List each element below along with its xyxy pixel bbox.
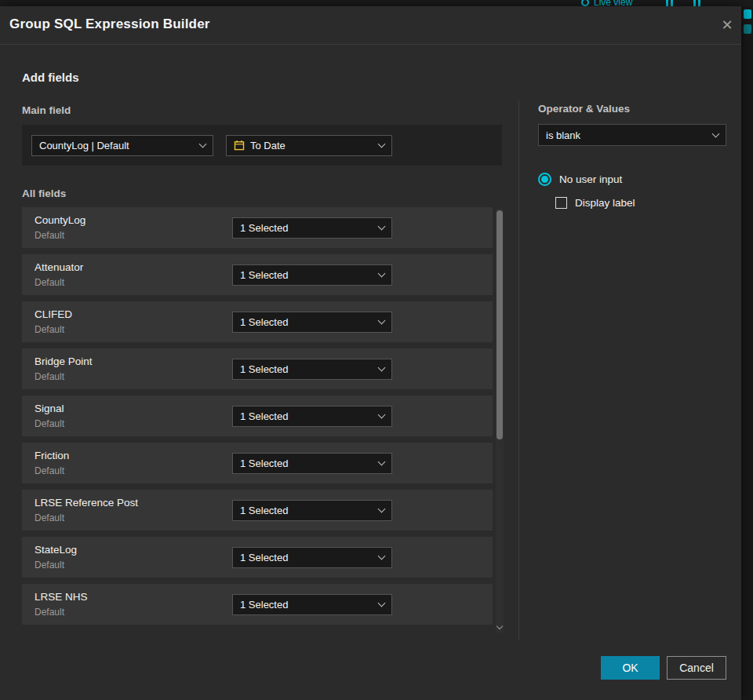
field-selected-dropdown[interactable]: 1 Selected — [232, 406, 392, 427]
operator-dropdown-value: is blank — [546, 129, 580, 141]
field-subtitle: Default — [35, 560, 64, 571]
main-field-dropdown[interactable]: CountyLog | Default — [31, 135, 213, 156]
field-subtitle: Default — [35, 324, 64, 335]
field-selected-dropdown[interactable]: 1 Selected — [232, 359, 392, 380]
field-selected-dropdown[interactable]: 1 Selected — [232, 594, 392, 615]
chevron-down-icon — [378, 505, 386, 513]
field-row: Friction Default 1 Selected — [22, 443, 493, 483]
field-row: Signal Default 1 Selected — [22, 396, 493, 436]
field-name: StateLog — [35, 544, 77, 556]
toolbar-icon-fragment — [744, 24, 751, 34]
chevron-down-icon — [378, 458, 386, 466]
field-selected-value: 1 Selected — [240, 410, 288, 422]
toolbar-icon-fragment — [744, 9, 751, 19]
field-selected-dropdown[interactable]: 1 Selected — [232, 217, 392, 239]
app-background-right — [741, 6, 753, 700]
date-field-dropdown[interactable]: To Date — [226, 135, 392, 156]
app-background-top: Live view — [0, 0, 753, 6]
field-row: LRSE Reference Post Default 1 Selected — [22, 490, 493, 530]
field-row: CLIFED Default 1 Selected — [22, 301, 493, 342]
chevron-down-icon — [378, 364, 386, 372]
field-selected-dropdown[interactable]: 1 Selected — [232, 264, 392, 286]
chevron-down-icon — [378, 600, 386, 607]
main-field-dropdown-value: CountyLog | Default — [39, 140, 129, 151]
field-selected-dropdown[interactable]: 1 Selected — [232, 453, 392, 474]
field-row: CountyLog Default 1 Selected — [22, 207, 493, 248]
chevron-down-icon — [378, 140, 386, 148]
dialog-title: Group SQL Expression Builder — [9, 16, 210, 32]
operator-dropdown[interactable]: is blank — [538, 124, 726, 146]
field-selected-value: 1 Selected — [240, 505, 288, 516]
pause-icon — [666, 0, 673, 6]
field-selected-value: 1 Selected — [240, 222, 288, 234]
pause-icon — [693, 0, 700, 6]
field-selected-value: 1 Selected — [240, 599, 288, 611]
chevron-down-icon — [378, 552, 386, 560]
field-name: CLIFED — [35, 308, 72, 320]
no-user-input-label: No user input — [559, 173, 622, 185]
field-row: LRSE NHS Default 1 Selected — [22, 584, 493, 625]
checkbox-icon[interactable] — [555, 197, 567, 209]
field-selected-value: 1 Selected — [240, 458, 288, 469]
field-selected-value: 1 Selected — [240, 269, 288, 281]
field-row: Bridge Point Default 1 Selected — [22, 348, 493, 389]
scrollbar-down-arrow-icon[interactable] — [497, 623, 503, 629]
scrollbar-thumb[interactable] — [497, 210, 503, 439]
field-name: Attenuator — [35, 261, 83, 273]
radio-icon[interactable] — [538, 173, 551, 186]
field-selected-dropdown[interactable]: 1 Selected — [232, 500, 392, 521]
close-icon[interactable]: ✕ — [718, 16, 737, 35]
calendar-icon — [234, 140, 245, 151]
display-label-checkbox[interactable]: Display label — [555, 197, 635, 209]
field-subtitle: Default — [35, 230, 64, 241]
field-name: Friction — [35, 450, 69, 461]
field-selected-dropdown[interactable]: 1 Selected — [232, 312, 392, 333]
main-field-container: CountyLog | Default To Date — [22, 125, 502, 166]
ok-button[interactable]: OK — [601, 656, 660, 680]
field-selected-dropdown[interactable]: 1 Selected — [232, 547, 392, 568]
add-fields-heading: Add fields — [22, 71, 79, 84]
field-row: StateLog Default 1 Selected — [22, 537, 493, 578]
fields-scrollbar[interactable] — [496, 209, 504, 633]
all-fields-list: CountyLog Default 1 Selected Attenuator … — [22, 207, 493, 631]
chevron-down-icon — [712, 129, 720, 137]
group-sql-expression-builder-dialog: Group SQL Expression Builder ✕ Add field… — [0, 6, 741, 700]
field-subtitle: Default — [35, 418, 64, 429]
field-name: CountyLog — [35, 214, 85, 226]
live-view-label: Live view — [594, 0, 632, 6]
panel-divider — [518, 100, 519, 640]
chevron-down-icon — [199, 140, 207, 148]
chevron-down-icon — [378, 317, 386, 325]
date-field-dropdown-value: To Date — [250, 140, 286, 151]
chevron-down-icon — [378, 270, 386, 278]
field-subtitle: Default — [35, 607, 64, 618]
field-name: LRSE Reference Post — [35, 497, 138, 509]
header-divider — [0, 44, 741, 45]
all-fields-label: All fields — [22, 188, 66, 199]
cancel-button[interactable]: Cancel — [667, 656, 726, 680]
field-subtitle: Default — [35, 371, 64, 382]
live-view-indicator: Live view — [581, 0, 632, 6]
field-subtitle: Default — [35, 465, 64, 476]
field-subtitle: Default — [35, 512, 64, 523]
no-user-input-radio[interactable]: No user input — [538, 173, 622, 186]
chevron-down-icon — [378, 411, 386, 419]
main-field-label: Main field — [22, 104, 71, 116]
display-label-text: Display label — [575, 197, 635, 209]
field-name: Signal — [35, 403, 64, 414]
operator-values-heading: Operator & Values — [538, 103, 630, 115]
field-name: LRSE NHS — [35, 591, 88, 603]
field-subtitle: Default — [35, 277, 64, 288]
field-selected-value: 1 Selected — [240, 552, 288, 563]
chevron-down-icon — [378, 223, 386, 231]
field-name: Bridge Point — [35, 355, 93, 367]
field-selected-value: 1 Selected — [240, 316, 288, 328]
field-row: Attenuator Default 1 Selected — [22, 254, 493, 295]
live-view-icon — [581, 0, 589, 6]
field-selected-value: 1 Selected — [240, 363, 288, 375]
